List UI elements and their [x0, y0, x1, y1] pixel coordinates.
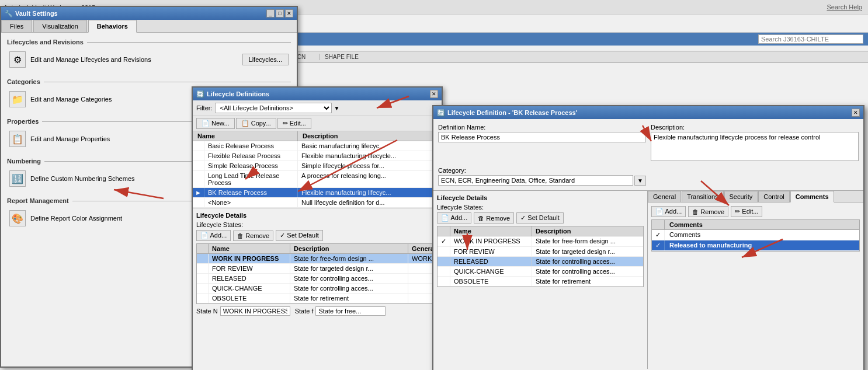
tab-security[interactable]: Security — [724, 191, 758, 202]
ld-states-remove[interactable]: 🗑 Remove — [233, 231, 273, 241]
ldd-add-button[interactable]: 📄 Add... — [437, 212, 471, 224]
tab-comments-content: 📄 Add... 🗑 Remove ✏ Edit... Comments ✓ C… — [648, 203, 863, 369]
lifecycles-icon: ⚙ — [9, 51, 26, 68]
lifecycle-definition-detail-window: 🔄 Lifecycle Definition - 'BK Release Pro… — [432, 105, 864, 370]
ld-table-header: Name Description — [193, 131, 442, 141]
ldd-state-fr-desc: State for targeted design r... — [532, 247, 643, 256]
ldd-category-input[interactable] — [438, 175, 633, 186]
ld-close-button[interactable]: ✕ — [430, 90, 438, 98]
minimize-button[interactable]: _ — [266, 9, 275, 18]
ld-titlebar-btns: ✕ — [430, 90, 438, 98]
numbering-item-label: Define Custom Numbering Schemes — [30, 175, 135, 182]
col-header-shape: SHAPE FILE — [320, 54, 367, 60]
ldd-col-desc: Description — [532, 226, 643, 236]
ld-states-label: Lifecycle States: — [196, 221, 438, 228]
ldd-col-name: Name — [450, 226, 532, 236]
comments-add-button[interactable]: 📄 Add... — [651, 206, 686, 217]
table-row[interactable]: <None> Null lifecycle definition for d..… — [193, 198, 442, 208]
table-row[interactable]: Flexible Release Process Flexible manufa… — [193, 151, 442, 161]
comments-toolbar: 📄 Add... 🗑 Remove ✏ Edit... — [651, 206, 860, 217]
ldd-state-released-desc: State for controlling acces... — [532, 257, 643, 266]
comments-edit-button[interactable]: ✏ Edit... — [731, 206, 762, 217]
report-item-label: Define Report Color Assignment — [30, 215, 122, 222]
ld-states-add[interactable]: 📄 Add... — [196, 230, 231, 241]
ld-copy-button[interactable]: 📋 Copy... — [236, 118, 276, 129]
state-name-obs: OBSOLETE — [209, 294, 290, 303]
state-name-wip: WORK IN PROGRESS — [209, 254, 290, 263]
close-button[interactable]: ✕ — [285, 9, 293, 18]
categories-section-title: Categories — [7, 78, 40, 85]
filter-select[interactable]: <All Lifecycle Definitions> — [215, 103, 332, 113]
ldd-state-wip[interactable]: ✓ WORK IN PROGRESS State for free-form d… — [438, 236, 643, 247]
ldd-state-qc[interactable]: QUICK-CHANGE State for controlling acces… — [438, 267, 643, 277]
ld-state-row-qc[interactable]: QUICK-CHANGE State for controlling acces… — [197, 284, 438, 294]
ldd-remove-button[interactable]: 🗑 Remove — [474, 212, 514, 224]
row-desc: Null lifecycle definition for d... — [298, 198, 442, 207]
ldd-states-table-header: Name Description — [438, 226, 643, 236]
vault-settings-titlebar[interactable]: 🔧 Vault Settings _ □ ✕ — [1, 7, 297, 20]
ld-state-row-fr[interactable]: FOR REVIEW State for targeted design r..… — [197, 264, 438, 274]
table-row[interactable]: Basic Release Process Basic manufacturin… — [193, 141, 442, 151]
search-input[interactable] — [758, 34, 863, 44]
tab-general[interactable]: General — [648, 191, 681, 202]
report-icon: 🎨 — [9, 210, 26, 226]
properties-icon: 📋 — [9, 131, 26, 147]
ldd-state-qc-name: QUICK-CHANGE — [450, 267, 532, 276]
ldd-close-button[interactable]: ✕ — [852, 109, 860, 117]
tab-behaviors[interactable]: Behaviors — [88, 20, 137, 33]
categories-section-header: Categories — [7, 78, 291, 85]
ld-states-table: Name Description General WORK IN PROGRES… — [196, 243, 438, 304]
lifecycles-item[interactable]: ⚙ Edit and Manage Lifecycles and Revisio… — [7, 49, 291, 70]
table-row-selected[interactable]: ► BK Release Process Flexible manufactur… — [193, 188, 442, 198]
tab-visualization[interactable]: Visualization — [33, 20, 87, 32]
ldd-state-qc-desc: State for controlling acces... — [532, 267, 643, 276]
ld-edit-button[interactable]: ✏ Edit... — [277, 118, 311, 129]
ldd-state-released[interactable]: RELEASED State for controlling acces... — [438, 257, 643, 267]
tab-transitions[interactable]: Transitions — [682, 191, 723, 202]
ld-states-setdefault[interactable]: ✓ Set Default — [276, 230, 322, 241]
filter-label: Filter: — [196, 104, 213, 111]
table-row[interactable]: Simple Release Process Simple lifecycle … — [193, 161, 442, 171]
states-col-desc: Description — [290, 244, 408, 253]
maximize-button[interactable]: □ — [276, 9, 284, 18]
comments-row-2[interactable]: ✓ Released to manufacturing — [652, 240, 859, 251]
state-desc-input[interactable] — [315, 306, 386, 316]
row-check — [193, 151, 204, 160]
ld-state-row-obs[interactable]: OBSOLETE State for retirement — [197, 294, 438, 303]
comments-row-1[interactable]: ✓ Comments — [652, 230, 859, 240]
ld-toolbar: 📄 New... 📋 Copy... ✏ Edit... — [193, 116, 442, 131]
ldd-setdefault-button[interactable]: ✓ Set Default — [516, 212, 563, 224]
state-name-label: State N — [196, 308, 218, 315]
ldd-category-dropdown[interactable]: ▼ — [634, 176, 646, 186]
ldd-state-obs[interactable]: OBSOLETE State for retirement — [438, 277, 643, 287]
ldd-titlebar-btns: ✕ — [852, 109, 860, 117]
ldd-defname-input[interactable] — [438, 132, 646, 142]
ldd-title: Lifecycle Definition - 'BK Release Proce… — [447, 109, 577, 116]
ldd-right-tabs: General Transitions Security Control Com… — [647, 191, 863, 369]
state-name-rel: RELEASED — [209, 274, 290, 283]
lifecycles-button[interactable]: Lifecycles... — [242, 54, 289, 65]
table-row[interactable]: Long Lead Time Release Process A process… — [193, 171, 442, 188]
ld-new-button[interactable]: 📄 New... — [196, 118, 235, 129]
tab-files[interactable]: Files — [1, 20, 32, 32]
state-desc-fr: State for targeted design r... — [290, 264, 408, 273]
row-name: <None> — [204, 198, 298, 207]
ldd-icon: 🔄 — [437, 109, 445, 117]
ldd-states-table: Name Description ✓ WORK IN PROGRESS Stat… — [437, 226, 644, 287]
tab-control[interactable]: Control — [758, 191, 789, 202]
lifecycle-definitions-titlebar[interactable]: 🔄 Lifecycle Definitions ✕ — [193, 88, 442, 100]
ldd-state-fr[interactable]: FOR REVIEW State for targeted design r..… — [438, 247, 643, 257]
state-name-field: State N — [196, 306, 290, 316]
ld-state-row-rel[interactable]: RELEASED State for controlling acces... — [197, 274, 438, 284]
ldd-titlebar[interactable]: 🔄 Lifecycle Definition - 'BK Release Pro… — [433, 106, 863, 119]
tab-comments[interactable]: Comments — [790, 191, 834, 203]
comments-remove-button[interactable]: 🗑 Remove — [688, 206, 728, 217]
properties-item-label: Edit and Manage Properties — [30, 135, 110, 142]
ld-state-row-wip[interactable]: WORK IN PROGRESS State for free-form des… — [197, 254, 438, 264]
ldd-desc-textarea[interactable]: Flexible manufacturing lifecycle process… — [651, 132, 859, 161]
search-help[interactable]: Search Help — [827, 4, 862, 11]
vault-settings-icon: 🔧 — [5, 10, 13, 18]
ldd-state-wip-desc: State for free-form design ... — [532, 236, 643, 246]
row-name: Long Lead Time Release Process — [204, 171, 298, 187]
state-name-input[interactable] — [220, 306, 290, 316]
